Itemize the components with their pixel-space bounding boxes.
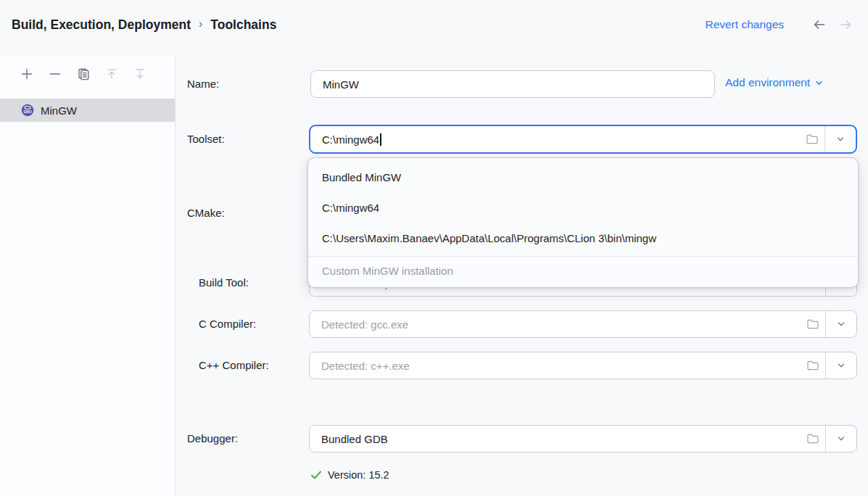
folder-icon <box>806 360 819 371</box>
move-down-icon <box>133 67 147 81</box>
remove-toolchain-button[interactable] <box>48 67 62 81</box>
minus-icon <box>48 67 62 81</box>
list-toolbar <box>0 57 175 90</box>
move-up-icon <box>104 67 119 81</box>
breadcrumb-separator-icon: › <box>199 17 202 32</box>
debugger-label: Debugger: <box>187 431 238 446</box>
toolset-value: C:\mingw64 <box>310 133 800 146</box>
breadcrumb-parent[interactable]: Build, Execution, Deployment <box>12 17 191 33</box>
c-compiler-value: Detected: gcc.exe <box>310 318 801 331</box>
c-compiler-browse-button[interactable] <box>801 311 825 337</box>
debugger-field[interactable]: Bundled GDB <box>309 425 857 452</box>
cpp-compiler-field[interactable]: Detected: c++.exe <box>309 352 857 379</box>
svg-text:GNU: GNU <box>23 109 32 114</box>
breadcrumb-current: Toolchains <box>210 17 276 33</box>
cmake-label: CMake: <box>187 206 225 220</box>
debugger-value: Bundled GDB <box>310 433 801 445</box>
arrow-right-icon <box>838 17 853 32</box>
debugger-version-text: Version: 15.2 <box>328 469 389 481</box>
chevron-down-icon <box>836 319 846 329</box>
settings-window: Build, Execution, Deployment › Toolchain… <box>0 0 868 496</box>
toolset-expand-button[interactable] <box>825 126 856 152</box>
back-button[interactable] <box>811 17 827 33</box>
add-environment-link[interactable]: Add environment <box>725 76 824 89</box>
toolset-label: Toolset: <box>187 132 225 146</box>
chevron-down-icon <box>836 360 846 371</box>
duplicate-icon <box>76 67 91 81</box>
chevron-down-icon <box>835 134 846 144</box>
content: GNU MinGW Name: MinGW Add environment To… <box>0 57 868 496</box>
add-toolchain-button[interactable] <box>20 67 34 81</box>
text-cursor <box>380 133 381 146</box>
build-tool-label: Build Tool: <box>199 276 249 290</box>
folder-icon <box>806 433 819 445</box>
move-up-button[interactable] <box>104 67 119 81</box>
folder-icon <box>806 133 819 145</box>
history-nav <box>811 17 853 33</box>
toolset-option-mingw64[interactable]: C:\mingw64 <box>308 193 858 223</box>
forward-button[interactable] <box>838 17 853 33</box>
cpp-compiler-value: Detected: c++.exe <box>310 360 801 372</box>
cpp-compiler-expand-button[interactable] <box>826 352 856 379</box>
toolchain-form: Name: MinGW Add environment Toolset: C:\… <box>175 57 868 496</box>
toolset-dropdown: Bundled MinGW C:\mingw64 C:\Users\Maxim.… <box>307 157 859 288</box>
toolchain-list-item-mingw[interactable]: GNU MinGW <box>0 99 175 122</box>
debugger-expand-button[interactable] <box>826 426 856 452</box>
header-actions: Revert changes <box>705 17 856 33</box>
move-down-button[interactable] <box>133 67 147 81</box>
checkmark-icon <box>310 470 322 480</box>
cpp-compiler-label: C++ Compiler: <box>199 358 269 373</box>
chevron-down-icon <box>814 78 824 88</box>
toolchain-name: MinGW <box>41 104 77 117</box>
c-compiler-label: C Compiler: <box>199 317 256 331</box>
c-compiler-expand-button[interactable] <box>826 311 856 337</box>
duplicate-toolchain-button[interactable] <box>76 67 91 81</box>
toolchains-list-panel: GNU MinGW <box>0 57 175 496</box>
header: Build, Execution, Deployment › Toolchain… <box>0 0 868 57</box>
name-label: Name: <box>187 77 219 91</box>
debugger-version-status: Version: 15.2 <box>310 468 389 482</box>
add-environment-label: Add environment <box>725 76 810 89</box>
chevron-down-icon <box>836 434 846 444</box>
c-compiler-field[interactable]: Detected: gcc.exe <box>309 310 857 338</box>
folder-icon <box>806 318 819 330</box>
debugger-browse-button[interactable] <box>801 426 825 452</box>
name-input[interactable]: MinGW <box>310 70 715 98</box>
toolset-browse-button[interactable] <box>800 126 824 152</box>
plus-icon <box>20 67 34 81</box>
toolset-option-bundled[interactable]: Bundled MinGW <box>308 162 858 193</box>
toolset-combobox[interactable]: C:\mingw64 <box>309 125 857 154</box>
toolset-option-custom-disabled: Custom MinGW installation <box>308 257 858 286</box>
toolset-option-clion-path[interactable]: C:\Users\Maxim.Banaev\AppData\Local\Prog… <box>308 223 858 254</box>
gnu-toolchain-icon: GNU <box>21 104 34 117</box>
arrow-left-icon <box>812 17 827 32</box>
revert-changes-link[interactable]: Revert changes <box>705 18 784 31</box>
name-value: MinGW <box>311 78 714 91</box>
breadcrumb: Build, Execution, Deployment › Toolchain… <box>12 17 276 33</box>
cpp-compiler-browse-button[interactable] <box>801 352 825 379</box>
